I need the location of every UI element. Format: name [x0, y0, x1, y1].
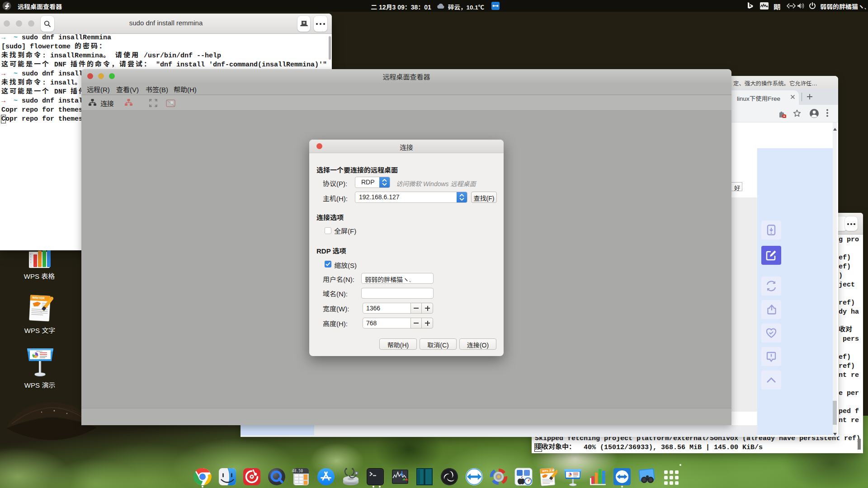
svg-text:WRITER: WRITER	[32, 296, 45, 300]
svg-text:IMPRESS: IMPRESS	[36, 351, 42, 352]
svg-text:548.50: 548.50	[292, 469, 303, 473]
